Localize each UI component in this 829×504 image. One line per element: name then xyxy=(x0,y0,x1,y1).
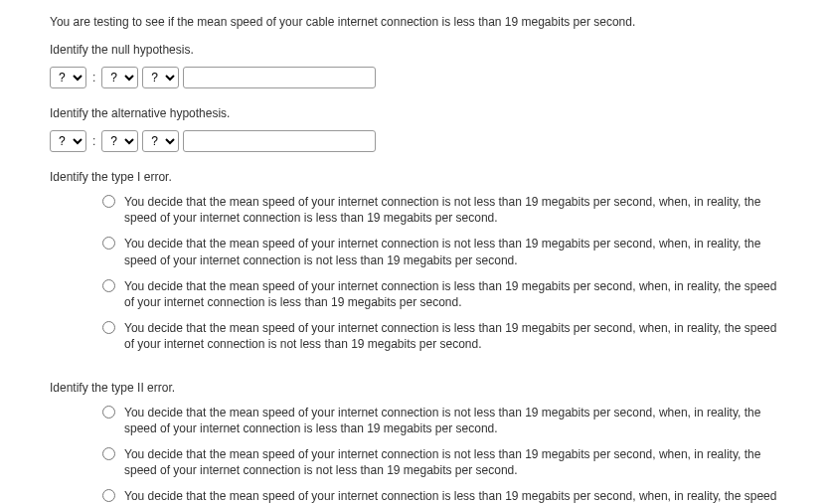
alt-param-select[interactable]: ? xyxy=(50,130,86,152)
colon-separator: : xyxy=(92,71,95,84)
null-value-input[interactable] xyxy=(183,67,376,88)
alt-hypothesis-row: ? : ? ? xyxy=(50,130,779,152)
type1-option-a[interactable]: You decide that the mean speed of your i… xyxy=(97,194,779,226)
null-relation-select[interactable]: ? xyxy=(142,67,179,88)
option-text: You decide that the mean speed of your i… xyxy=(124,194,779,226)
type2-radio-a[interactable] xyxy=(102,406,115,419)
type2-radio-b[interactable] xyxy=(102,447,115,460)
type2-option-a[interactable]: You decide that the mean speed of your i… xyxy=(97,405,779,436)
type1-radio-b[interactable] xyxy=(102,237,115,250)
alt-symbol-select[interactable]: ? xyxy=(101,130,138,152)
alt-relation-select[interactable]: ? xyxy=(142,130,179,152)
type1-label: Identify the type I error. xyxy=(50,170,779,184)
null-symbol-select[interactable]: ? xyxy=(101,67,138,88)
type1-radio-c[interactable] xyxy=(102,279,115,292)
option-text: You decide that the mean speed of your i… xyxy=(124,278,779,310)
type1-option-b[interactable]: You decide that the mean speed of your i… xyxy=(97,236,779,267)
type1-option-c[interactable]: You decide that the mean speed of your i… xyxy=(97,278,779,310)
type1-option-d[interactable]: You decide that the mean speed of your i… xyxy=(97,320,779,352)
type2-option-c[interactable]: You decide that the mean speed of your i… xyxy=(97,488,779,504)
question-intro: You are testing to see if the mean speed… xyxy=(50,15,779,29)
option-text: You decide that the mean speed of your i… xyxy=(124,236,779,267)
alt-hypothesis-label: Identify the alternative hypothesis. xyxy=(50,106,779,120)
type1-radio-a[interactable] xyxy=(102,195,115,208)
colon-separator: : xyxy=(92,134,95,148)
option-text: You decide that the mean speed of your i… xyxy=(124,405,779,436)
type2-options: You decide that the mean speed of your i… xyxy=(97,405,779,505)
option-text: You decide that the mean speed of your i… xyxy=(124,488,779,504)
type1-options: You decide that the mean speed of your i… xyxy=(97,194,779,353)
type2-radio-c[interactable] xyxy=(102,489,115,502)
type2-option-b[interactable]: You decide that the mean speed of your i… xyxy=(97,446,779,478)
null-hypothesis-label: Identify the null hypothesis. xyxy=(50,43,779,57)
type1-radio-d[interactable] xyxy=(102,321,115,334)
null-hypothesis-row: ? : ? ? xyxy=(50,67,779,88)
alt-value-input[interactable] xyxy=(183,130,376,152)
option-text: You decide that the mean speed of your i… xyxy=(124,446,779,478)
null-param-select[interactable]: ? xyxy=(50,67,86,88)
type2-label: Identify the type II error. xyxy=(50,381,779,395)
option-text: You decide that the mean speed of your i… xyxy=(124,320,779,352)
